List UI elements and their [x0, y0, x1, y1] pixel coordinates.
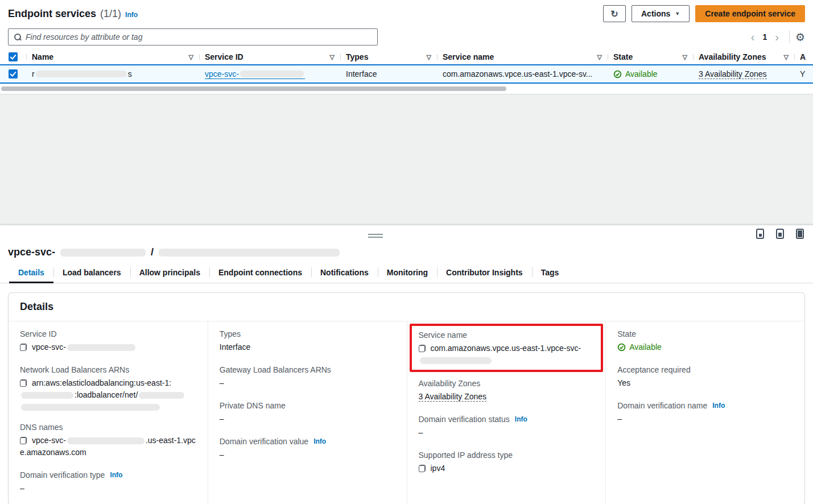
select-all-checkbox[interactable]	[9, 52, 18, 61]
tab-load-balancers[interactable]: Load balancers	[53, 265, 130, 283]
redacted-text	[21, 404, 160, 411]
availability-zones-link[interactable]: 3 Availability Zones	[419, 392, 487, 402]
availability-zones-link[interactable]: 3 Availability Zones	[699, 69, 767, 79]
row-acceptance-cell: Y	[794, 69, 813, 79]
detail-tabs: Details Load balancers Allow principals …	[0, 265, 813, 283]
search-icon	[14, 33, 22, 41]
page-title-text: Endpoint services	[8, 8, 96, 20]
create-endpoint-service-button[interactable]: Create endpoint service	[695, 5, 805, 22]
divider	[789, 31, 790, 43]
page-background	[0, 94, 813, 225]
tab-tags[interactable]: Tags	[532, 265, 568, 283]
table-row[interactable]: rs vpce-svc- Interface com.amazonaws.vpc…	[0, 64, 813, 84]
details-column-1: Service ID vpce-svc- Network Load Balanc…	[9, 321, 208, 504]
column-header-service-name: Service name ▽	[437, 52, 608, 61]
filter-icon[interactable]: ▽	[327, 53, 335, 61]
search-input[interactable]	[26, 32, 372, 42]
details-column-4: State Available Acceptance required Yes …	[605, 321, 804, 504]
status-available-icon	[613, 70, 622, 79]
actions-button[interactable]: Actions ▼	[632, 5, 690, 22]
info-link[interactable]: Info	[515, 415, 527, 423]
tab-contributor-insights[interactable]: Contributor Insights	[437, 265, 532, 283]
current-page[interactable]: 1	[759, 32, 770, 42]
panel-size-large-icon[interactable]	[796, 229, 804, 239]
copy-icon[interactable]	[20, 437, 27, 444]
panel-title: vpce-svc- /	[8, 246, 805, 258]
redacted-text	[36, 71, 127, 77]
field-domain-verification-name: Domain verification name Info –	[617, 401, 793, 425]
scrollbar-thumb[interactable]	[1, 86, 506, 91]
field-glb-arns: Gateway Load Balancers ARNs –	[220, 365, 395, 389]
panel-size-small-icon[interactable]	[756, 229, 764, 239]
row-name-cell: rs	[26, 69, 199, 79]
row-checkbox[interactable]	[9, 69, 18, 79]
redacted-text	[159, 249, 340, 257]
redacted-text	[60, 249, 146, 257]
details-card: Details Service ID vpce-svc- Network Loa…	[8, 292, 805, 504]
field-availability-zones: Availability Zones 3 Availability Zones	[419, 379, 595, 403]
tab-details[interactable]: Details	[9, 265, 53, 283]
tab-endpoint-connections[interactable]: Endpoint connections	[209, 265, 311, 283]
field-service-name: Service name com.amazonaws.vpce.us-east-…	[419, 331, 595, 364]
horizontal-scrollbar	[1, 86, 812, 92]
prev-page-icon[interactable]: ‹	[746, 31, 760, 43]
title-info-link[interactable]: Info	[125, 11, 138, 19]
details-column-3: Service name com.amazonaws.vpce.us-east-…	[407, 321, 606, 504]
endpoint-services-list-section: Endpoint services (1/1) Info ↻ Actions ▼…	[0, 0, 813, 94]
field-domain-verification-status: Domain verification status Info –	[419, 415, 595, 439]
filter-icon[interactable]: ▽	[423, 53, 431, 61]
column-header-service-id: Service ID ▽	[199, 52, 340, 61]
column-header-name: Name ▽	[26, 52, 199, 61]
column-header-availability-zones: Availability Zones ▽	[693, 52, 794, 61]
field-supported-ip-address-type: Supported IP address type ipv4	[419, 451, 595, 474]
redacted-text	[67, 437, 145, 444]
service-id-link[interactable]: vpce-svc-	[205, 69, 305, 79]
resource-count: (1/1)	[100, 8, 121, 20]
column-header-types: Types ▽	[340, 52, 437, 61]
filter-icon[interactable]: ▽	[781, 53, 789, 61]
search-box	[8, 28, 378, 46]
pagination: ‹ 1 › ⚙	[746, 31, 805, 43]
field-domain-verification-type: Domain verification type Info –	[20, 470, 196, 494]
split-panel-drag-handle[interactable]	[368, 234, 383, 238]
next-page-icon[interactable]: ›	[770, 31, 783, 43]
info-link[interactable]: Info	[712, 402, 725, 410]
field-service-id: Service ID vpce-svc-	[20, 329, 196, 353]
tab-monitoring[interactable]: Monitoring	[378, 265, 437, 283]
column-header-acceptance-truncated: A	[794, 52, 813, 61]
copy-icon[interactable]	[419, 465, 426, 472]
redacted-text	[67, 344, 135, 351]
row-service-name-cell: com.amazonaws.vpce.us-east-1.vpce-sv...	[437, 69, 608, 79]
panel-size-medium-icon[interactable]	[776, 229, 784, 239]
filter-icon[interactable]: ▽	[185, 53, 193, 61]
details-card-heading: Details	[9, 293, 804, 321]
redacted-text	[21, 392, 73, 399]
row-state-cell: Available	[608, 69, 693, 79]
red-annotation-box: Service name com.amazonaws.vpce.us-east-…	[410, 324, 604, 372]
copy-icon[interactable]	[419, 345, 426, 352]
status-available-icon	[617, 343, 626, 352]
column-header-state: State ▽	[608, 52, 693, 61]
field-nlb-arns: Network Load Balancers ARNs arn:aws:elas…	[20, 365, 196, 411]
field-state: State Available	[617, 329, 793, 353]
row-availability-zones-cell: 3 Availability Zones	[693, 69, 794, 79]
row-types-cell: Interface	[340, 69, 437, 79]
tab-notifications[interactable]: Notifications	[311, 265, 378, 283]
refresh-icon: ↻	[610, 9, 618, 19]
endpoint-services-table: Name ▽ Service ID ▽ Types ▽ Service name…	[0, 49, 813, 92]
settings-gear-icon[interactable]: ⚙	[795, 32, 805, 43]
table-header-row: Name ▽ Service ID ▽ Types ▽ Service name…	[0, 49, 813, 64]
info-link[interactable]: Info	[313, 437, 326, 445]
info-link[interactable]: Info	[110, 471, 122, 479]
tab-allow-principals[interactable]: Allow principals	[130, 265, 209, 283]
copy-icon[interactable]	[20, 379, 27, 387]
page-title: Endpoint services (1/1) Info	[8, 8, 138, 20]
field-types: Types Interface	[220, 329, 395, 353]
redacted-text	[240, 71, 304, 77]
row-service-id-cell: vpce-svc-	[199, 69, 340, 79]
filter-icon[interactable]: ▽	[679, 53, 687, 61]
refresh-button[interactable]: ↻	[603, 5, 626, 22]
filter-icon[interactable]: ▽	[594, 53, 602, 61]
copy-icon[interactable]	[20, 344, 27, 351]
redacted-text	[139, 392, 184, 399]
